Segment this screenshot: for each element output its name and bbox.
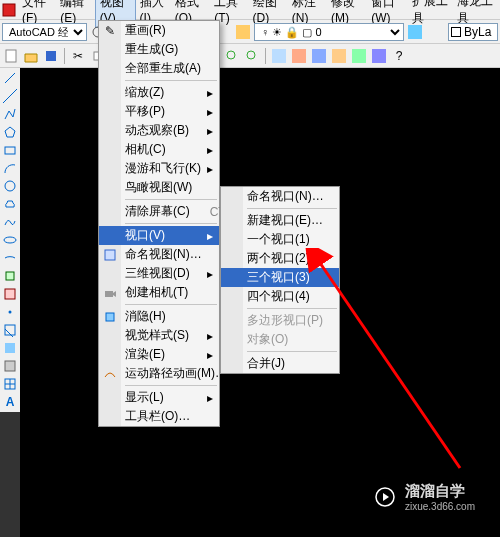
svg-rect-11 xyxy=(292,49,306,63)
named-view-icon xyxy=(102,247,118,263)
menu-zoom[interactable]: 缩放(Z)▸ xyxy=(99,83,219,102)
circle-icon[interactable] xyxy=(2,178,18,194)
chevron-right-icon: ▸ xyxy=(207,229,213,243)
chevron-right-icon: ▸ xyxy=(207,162,213,176)
submenu-three-vp[interactable]: 三个视口(3) xyxy=(221,268,339,287)
chevron-right-icon: ▸ xyxy=(207,124,213,138)
zoom-window-icon[interactable] xyxy=(223,47,241,65)
spline-icon[interactable] xyxy=(2,214,18,230)
cut-icon[interactable]: ✂ xyxy=(69,47,87,65)
motion-icon xyxy=(102,366,118,382)
properties-icon[interactable] xyxy=(270,47,288,65)
submenu-two-vp[interactable]: 两个视口(2) xyxy=(221,249,339,268)
svg-rect-2 xyxy=(236,25,250,39)
insert-icon[interactable] xyxy=(2,268,18,284)
menu-aerial[interactable]: 鸟瞰视图(W) xyxy=(99,178,219,197)
new-icon[interactable] xyxy=(2,47,20,65)
sheet-icon[interactable] xyxy=(330,47,348,65)
svg-rect-15 xyxy=(372,49,386,63)
ellipsearc-icon[interactable] xyxy=(2,250,18,266)
svg-rect-22 xyxy=(5,289,15,299)
menu-redraw[interactable]: ✎重画(R) xyxy=(99,21,219,40)
menu-render[interactable]: 渲染(E)▸ xyxy=(99,345,219,364)
submenu-new-vp[interactable]: 新建视口(E)… xyxy=(221,211,339,230)
svg-rect-31 xyxy=(105,250,115,260)
svg-line-16 xyxy=(5,73,15,83)
menu-orbit[interactable]: 动态观察(B)▸ xyxy=(99,121,219,140)
region-icon[interactable] xyxy=(2,358,18,374)
chevron-right-icon: ▸ xyxy=(207,267,213,281)
ellipse-icon[interactable] xyxy=(2,232,18,248)
watermark-url: zixue.3d66.com xyxy=(405,501,475,512)
chevron-right-icon: ▸ xyxy=(207,391,213,405)
menu-display[interactable]: 显示(L)▸ xyxy=(99,388,219,407)
table-icon[interactable] xyxy=(2,376,18,392)
menu-pan[interactable]: 平移(P)▸ xyxy=(99,102,219,121)
draw-toolbar: A xyxy=(0,68,20,412)
svg-rect-0 xyxy=(3,4,15,16)
menu-namedviews[interactable]: 命名视图(N)… xyxy=(99,245,219,264)
svg-rect-10 xyxy=(272,49,286,63)
workspace-select[interactable]: AutoCAD 经典 xyxy=(2,23,87,41)
submenu-named-vp[interactable]: 命名视口(N)… xyxy=(221,187,339,206)
hatch-icon[interactable] xyxy=(2,322,18,338)
gradient-icon[interactable] xyxy=(2,340,18,356)
menu-3dviews[interactable]: 三维视图(D)▸ xyxy=(99,264,219,283)
view-menu-dropdown: ✎重画(R) 重生成(G) 全部重生成(A) 缩放(Z)▸ 平移(P)▸ 动态观… xyxy=(98,20,220,427)
line-icon[interactable] xyxy=(2,70,18,86)
svg-rect-4 xyxy=(6,50,16,62)
submenu-one-vp[interactable]: 一个视口(1) xyxy=(221,230,339,249)
menu-toolbars[interactable]: 工具栏(O)… xyxy=(99,407,219,426)
hide-icon xyxy=(102,309,118,325)
open-icon[interactable] xyxy=(22,47,40,65)
xline-icon[interactable] xyxy=(2,88,18,104)
svg-rect-26 xyxy=(5,343,15,353)
chevron-right-icon: ▸ xyxy=(207,105,213,119)
svg-rect-32 xyxy=(105,291,113,297)
menu-createcamera[interactable]: 创建相机(T) xyxy=(99,283,219,302)
menu-visualstyle[interactable]: 视觉样式(S)▸ xyxy=(99,326,219,345)
menu-viewports[interactable]: 视口(V)▸ xyxy=(99,226,219,245)
polygon-icon[interactable] xyxy=(2,124,18,140)
menu-regenall[interactable]: 全部重生成(A) xyxy=(99,59,219,78)
zoom-prev-icon[interactable] xyxy=(243,47,261,65)
svg-rect-14 xyxy=(352,49,366,63)
svg-rect-5 xyxy=(46,51,56,61)
mtext-icon[interactable]: A xyxy=(2,394,18,410)
menu-hide[interactable]: 消隐(H) xyxy=(99,307,219,326)
menubar: 文件(F) 编辑(E) 视图(V) 插入(I) 格式(O) 工具(T) 绘图(D… xyxy=(0,0,500,20)
svg-point-20 xyxy=(4,237,16,243)
svg-line-25 xyxy=(5,329,13,337)
svg-rect-33 xyxy=(106,313,114,321)
layer-icon[interactable] xyxy=(234,23,252,41)
palette-icon[interactable] xyxy=(310,47,328,65)
svg-rect-27 xyxy=(5,361,15,371)
rectangle-icon[interactable] xyxy=(2,142,18,158)
menu-cleanscreen[interactable]: 清除屏幕(C)CTRL+0 xyxy=(99,202,219,221)
help-icon[interactable]: ? xyxy=(390,47,408,65)
watermark: 溜溜自学 zixue.3d66.com xyxy=(371,482,475,512)
svg-rect-13 xyxy=(332,49,346,63)
layer-prev-icon[interactable] xyxy=(406,23,424,41)
menu-walk[interactable]: 漫游和飞行(K)▸ xyxy=(99,159,219,178)
arc-icon[interactable] xyxy=(2,160,18,176)
menu-camera[interactable]: 相机(C)▸ xyxy=(99,140,219,159)
menu-regen[interactable]: 重生成(G) xyxy=(99,40,219,59)
point-icon[interactable] xyxy=(2,304,18,320)
submenu-four-vp[interactable]: 四个视口(4) xyxy=(221,287,339,306)
color-select[interactable]: ByLa xyxy=(448,23,498,41)
designcenter-icon[interactable] xyxy=(290,47,308,65)
polyline-icon[interactable] xyxy=(2,106,18,122)
save-icon[interactable] xyxy=(42,47,60,65)
submenu-join-vp[interactable]: 合并(J) xyxy=(221,354,339,373)
revcloud-icon[interactable] xyxy=(2,196,18,212)
calc-icon[interactable] xyxy=(370,47,388,65)
svg-point-9 xyxy=(247,51,255,59)
layer-select[interactable]: ♀ ☀ 🔒 ▢ 0 xyxy=(254,23,404,41)
menu-motionpath[interactable]: 运动路径动画(M)… xyxy=(99,364,219,383)
svg-rect-18 xyxy=(5,147,15,154)
block-icon[interactable] xyxy=(2,286,18,302)
svg-point-8 xyxy=(227,51,235,59)
markup-icon[interactable] xyxy=(350,47,368,65)
toolbar-row-2: ✂ ↶ ↷ ✋ 🔍 ? xyxy=(0,44,500,68)
